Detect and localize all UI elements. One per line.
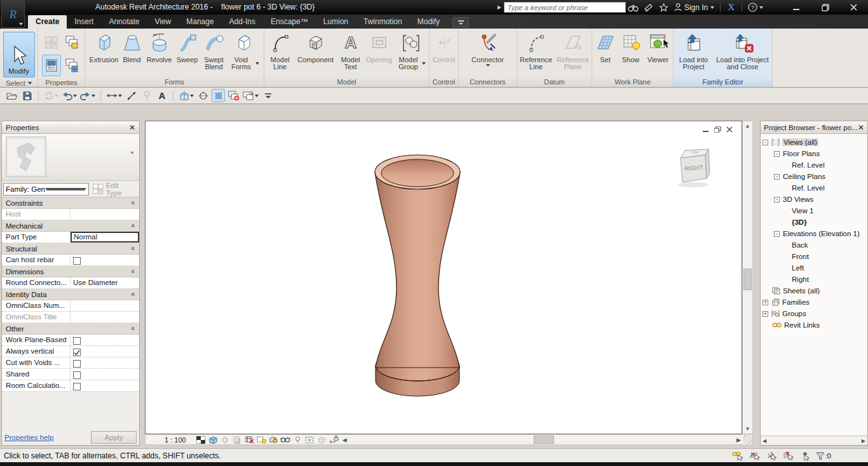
exchange-apps-icon[interactable]: X	[724, 2, 738, 13]
tab-add-ins[interactable]: Add-Ins	[222, 15, 263, 29]
sign-in-button[interactable]: Sign In	[672, 3, 717, 12]
view-close-icon[interactable]	[726, 126, 733, 133]
host-value[interactable]	[71, 209, 139, 220]
part-type-value[interactable]: Normal	[71, 232, 139, 243]
always-vertical-checkbox[interactable]	[73, 349, 81, 356]
tree-item-right[interactable]: Right	[761, 274, 867, 285]
connector-button[interactable]: Connector	[463, 30, 513, 67]
model-line-button[interactable]: Model Line	[267, 30, 294, 71]
tab-enscape[interactable]: Enscape™	[263, 15, 316, 29]
search-binoculars-icon[interactable]	[626, 1, 641, 13]
text-icon[interactable]: A	[155, 89, 168, 102]
family-category-button[interactable]	[42, 32, 61, 53]
load-into-project-close-button[interactable]: Load into Project and Close	[714, 30, 772, 71]
scroll-down-icon[interactable]: ▼	[743, 424, 752, 434]
close-icon[interactable]: ✕	[858, 123, 864, 132]
section-dimensions[interactable]: Dimensions «	[2, 266, 139, 277]
scroll-left-icon[interactable]: ◀	[340, 437, 349, 443]
component-button[interactable]: Component	[294, 30, 338, 64]
close-icon[interactable]: ✕	[129, 123, 135, 132]
section-structural[interactable]: Structural «	[2, 243, 139, 255]
section-identity-data[interactable]: Identity Data «	[2, 289, 139, 300]
tree-item-ref-level-floor[interactable]: Ref. Level	[761, 159, 867, 171]
expand-icon[interactable]: +	[763, 300, 768, 305]
tab-annotate[interactable]: Annotate	[101, 15, 147, 29]
default-3d-view-icon[interactable]	[178, 89, 194, 102]
horizontal-scrollbar[interactable]	[349, 436, 735, 444]
select-links-icon[interactable]	[732, 451, 743, 461]
crop-region-icon[interactable]	[255, 435, 268, 444]
aligned-dimension-icon[interactable]	[125, 89, 138, 102]
cut-with-voids-checkbox[interactable]	[73, 360, 81, 368]
app-menu-button[interactable]: R	[1, 1, 25, 28]
collapse-chevron-icon[interactable]: «	[130, 293, 137, 296]
tree-item-views-all[interactable]: - Views (all)	[761, 136, 867, 148]
extrusion-button[interactable]: Extrusion	[89, 30, 119, 64]
select-by-face-icon[interactable]	[783, 451, 794, 461]
sweep-button[interactable]: Sweep	[174, 30, 201, 64]
drawing-view[interactable]: RIGHT TOP	[145, 121, 742, 434]
tab-create[interactable]: Create	[28, 15, 67, 29]
scroll-left-icon[interactable]: ◀	[763, 438, 766, 444]
thin-lines-icon[interactable]	[212, 89, 225, 102]
family-selector[interactable]: Family: Generic Mode	[3, 183, 89, 196]
collapse-icon[interactable]: -	[774, 231, 780, 237]
measure-icon[interactable]	[105, 89, 123, 102]
toolbar-overflow-icon[interactable]: ▶	[498, 4, 501, 10]
tab-modify[interactable]: Modify	[410, 15, 447, 29]
work-plane-based-checkbox[interactable]	[73, 337, 81, 345]
collapse-chevron-icon[interactable]: «	[130, 224, 137, 228]
model-text-button[interactable]: A Model Text	[338, 30, 363, 71]
tree-item-back[interactable]: Back	[761, 239, 867, 251]
swept-blend-button[interactable]: Swept Blend	[201, 30, 227, 71]
ribbon-collapse-button[interactable]	[452, 17, 469, 27]
horizontal-scroll-thumb[interactable]	[534, 436, 554, 444]
help-button[interactable]: ?	[745, 3, 766, 12]
switch-windows-icon[interactable]	[242, 89, 259, 102]
tree-item-left[interactable]: Left	[761, 262, 867, 274]
open-icon[interactable]	[5, 89, 18, 102]
model-group-button[interactable]: Model Group	[395, 30, 427, 71]
tree-item-families[interactable]: + Families	[761, 296, 867, 308]
temporary-view-icon[interactable]	[304, 435, 316, 444]
tree-item-groups[interactable]: + Groups	[761, 308, 867, 319]
scroll-right-icon[interactable]: ▶	[734, 437, 743, 443]
tree-item-front[interactable]: Front	[761, 251, 867, 262]
tree-item-revit-links[interactable]: Revit Links	[761, 319, 867, 331]
tab-twinmotion[interactable]: Twinmotion	[356, 15, 410, 29]
close-hidden-windows-icon[interactable]	[227, 89, 240, 102]
select-panel-label[interactable]: Select	[0, 79, 37, 87]
minimize-button[interactable]	[782, 0, 811, 15]
section-constraints[interactable]: Constraints «	[2, 197, 139, 209]
tree-item-3d[interactable]: {3D}	[761, 216, 867, 228]
view-restore-icon[interactable]	[714, 126, 721, 133]
tree-item-sheets[interactable]: Sheets (all)	[761, 285, 867, 296]
modify-button[interactable]: Modify	[3, 32, 35, 77]
reveal-constraints-icon[interactable]	[328, 435, 340, 444]
vertical-scroll-thumb[interactable]	[743, 269, 752, 290]
customize-qat-icon[interactable]	[261, 89, 275, 102]
omniclass-number-value[interactable]	[71, 300, 139, 311]
section-icon[interactable]	[196, 89, 210, 102]
round-connector-value[interactable]: Use Diameter	[71, 277, 139, 288]
resize-grip[interactable]	[743, 436, 752, 444]
save-icon[interactable]	[20, 89, 34, 102]
collapse-icon[interactable]: -	[774, 197, 780, 203]
viewer-button[interactable]: Viewer	[644, 30, 672, 64]
section-mechanical[interactable]: Mechanical «	[2, 220, 139, 232]
tree-item-elevations[interactable]: - Elevations (Elevation 1)	[761, 228, 867, 239]
scroll-up-icon[interactable]: ▲	[743, 121, 752, 131]
redo-icon[interactable]	[79, 89, 96, 102]
type-properties-button[interactable]	[62, 55, 81, 76]
select-pinned-icon[interactable]	[766, 451, 777, 461]
select-underlay-icon[interactable]	[749, 451, 761, 461]
tree-item-view-1[interactable]: View 1	[761, 205, 867, 216]
view-scale[interactable]: 1 : 100	[165, 436, 186, 444]
collapse-chevron-icon[interactable]: «	[130, 247, 137, 251]
close-button[interactable]	[839, 0, 868, 15]
revolve-button[interactable]: Revolve	[145, 30, 174, 64]
detail-level-icon[interactable]	[195, 435, 207, 444]
properties-title-bar[interactable]: Properties ✕	[2, 121, 139, 134]
load-into-project-button[interactable]: Load into Project	[674, 30, 714, 71]
properties-palette-button[interactable]	[42, 55, 61, 76]
